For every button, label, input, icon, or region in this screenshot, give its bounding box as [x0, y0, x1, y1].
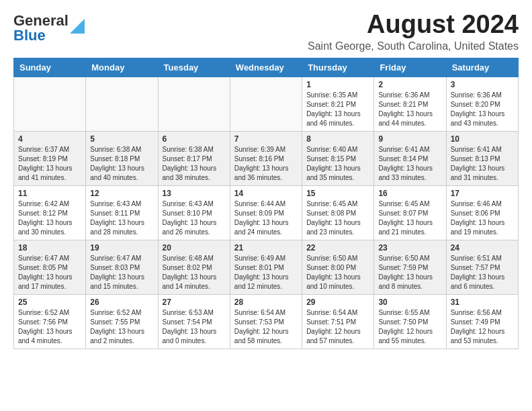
calendar-day-header-wednesday: Wednesday — [230, 58, 302, 77]
calendar-week-row: 18Sunrise: 6:47 AM Sunset: 8:05 PM Dayli… — [14, 240, 519, 294]
day-info: Sunrise: 6:52 AM Sunset: 7:55 PM Dayligh… — [90, 308, 153, 346]
day-info: Sunrise: 6:39 AM Sunset: 8:16 PM Dayligh… — [234, 145, 298, 183]
day-info: Sunrise: 6:43 AM Sunset: 8:11 PM Dayligh… — [90, 199, 153, 237]
day-info: Sunrise: 6:46 AM Sunset: 8:06 PM Dayligh… — [451, 199, 514, 237]
month-title: August 2024 — [308, 11, 519, 39]
day-number: 12 — [90, 189, 153, 198]
calendar-day-header-sunday: Sunday — [14, 58, 86, 77]
day-number: 21 — [234, 243, 298, 253]
day-number: 19 — [90, 243, 153, 253]
day-cell: 29Sunrise: 6:54 AM Sunset: 7:51 PM Dayli… — [302, 294, 374, 349]
day-info: Sunrise: 6:36 AM Sunset: 8:21 PM Dayligh… — [378, 91, 441, 128]
day-number: 4 — [18, 134, 81, 144]
day-info: Sunrise: 6:37 AM Sunset: 8:19 PM Dayligh… — [18, 145, 81, 183]
day-info: Sunrise: 6:50 AM Sunset: 7:59 PM Dayligh… — [378, 254, 441, 291]
day-number: 26 — [90, 298, 153, 307]
day-cell: 18Sunrise: 6:47 AM Sunset: 8:05 PM Dayli… — [14, 240, 86, 294]
day-number: 13 — [163, 189, 226, 198]
day-number: 24 — [451, 243, 514, 253]
calendar-header-row: SundayMondayTuesdayWednesdayThursdayFrid… — [14, 58, 519, 77]
day-cell: 10Sunrise: 6:41 AM Sunset: 8:13 PM Dayli… — [446, 131, 518, 185]
day-number: 8 — [306, 134, 369, 144]
day-info: Sunrise: 6:36 AM Sunset: 8:20 PM Dayligh… — [451, 91, 514, 128]
day-cell: 8Sunrise: 6:40 AM Sunset: 8:15 PM Daylig… — [302, 131, 374, 185]
day-number: 25 — [18, 298, 81, 307]
day-number: 11 — [18, 189, 81, 198]
day-cell: 11Sunrise: 6:42 AM Sunset: 8:12 PM Dayli… — [14, 185, 86, 240]
day-info: Sunrise: 6:50 AM Sunset: 8:00 PM Dayligh… — [306, 254, 369, 291]
calendar-day-header-tuesday: Tuesday — [158, 58, 230, 77]
empty-day-cell — [14, 77, 86, 131]
day-number: 7 — [234, 134, 298, 144]
calendar-week-row: 11Sunrise: 6:42 AM Sunset: 8:12 PM Dayli… — [14, 185, 519, 240]
day-info: Sunrise: 6:38 AM Sunset: 8:17 PM Dayligh… — [163, 145, 226, 183]
day-number: 22 — [306, 243, 369, 253]
day-cell: 4Sunrise: 6:37 AM Sunset: 8:19 PM Daylig… — [14, 131, 86, 185]
empty-day-cell — [158, 77, 230, 131]
day-number: 6 — [163, 134, 226, 144]
day-number: 31 — [451, 298, 514, 307]
day-cell: 19Sunrise: 6:47 AM Sunset: 8:03 PM Dayli… — [86, 240, 158, 294]
day-number: 15 — [306, 189, 369, 198]
day-cell: 27Sunrise: 6:53 AM Sunset: 7:54 PM Dayli… — [158, 294, 230, 349]
calendar-week-row: 25Sunrise: 6:52 AM Sunset: 7:56 PM Dayli… — [14, 294, 519, 349]
day-cell: 22Sunrise: 6:50 AM Sunset: 8:00 PM Dayli… — [302, 240, 374, 294]
title-section: August 2024 Saint George, South Carolina… — [308, 11, 519, 52]
day-number: 23 — [378, 243, 441, 253]
day-number: 17 — [451, 189, 514, 198]
day-info: Sunrise: 6:41 AM Sunset: 8:13 PM Dayligh… — [451, 145, 514, 183]
day-info: Sunrise: 6:48 AM Sunset: 8:02 PM Dayligh… — [163, 254, 226, 291]
day-cell: 26Sunrise: 6:52 AM Sunset: 7:55 PM Dayli… — [86, 294, 158, 349]
day-cell: 20Sunrise: 6:48 AM Sunset: 8:02 PM Dayli… — [158, 240, 230, 294]
day-info: Sunrise: 6:44 AM Sunset: 8:09 PM Dayligh… — [234, 199, 298, 237]
calendar-week-row: 4Sunrise: 6:37 AM Sunset: 8:19 PM Daylig… — [14, 131, 519, 185]
day-cell: 31Sunrise: 6:56 AM Sunset: 7:49 PM Dayli… — [446, 294, 518, 349]
day-info: Sunrise: 6:47 AM Sunset: 8:03 PM Dayligh… — [90, 254, 153, 291]
day-cell: 15Sunrise: 6:45 AM Sunset: 8:08 PM Dayli… — [302, 185, 374, 240]
calendar-day-header-thursday: Thursday — [302, 58, 374, 77]
day-number: 3 — [451, 80, 514, 89]
day-number: 18 — [18, 243, 81, 253]
day-number: 14 — [234, 189, 298, 198]
day-info: Sunrise: 6:51 AM Sunset: 7:57 PM Dayligh… — [451, 254, 514, 291]
day-number: 9 — [378, 134, 441, 144]
day-cell: 30Sunrise: 6:55 AM Sunset: 7:50 PM Dayli… — [374, 294, 446, 349]
day-number: 28 — [234, 298, 298, 307]
logo-blue: Blue — [13, 27, 46, 44]
day-cell: 1Sunrise: 6:35 AM Sunset: 8:21 PM Daylig… — [302, 77, 374, 131]
logo: General Blue — [13, 13, 85, 43]
day-info: Sunrise: 6:45 AM Sunset: 8:08 PM Dayligh… — [306, 199, 369, 237]
day-cell: 23Sunrise: 6:50 AM Sunset: 7:59 PM Dayli… — [374, 240, 446, 294]
day-cell: 17Sunrise: 6:46 AM Sunset: 8:06 PM Dayli… — [446, 185, 518, 240]
logo-icon — [70, 15, 85, 36]
calendar-day-header-monday: Monday — [86, 58, 158, 77]
day-cell: 5Sunrise: 6:38 AM Sunset: 8:18 PM Daylig… — [86, 131, 158, 185]
day-info: Sunrise: 6:55 AM Sunset: 7:50 PM Dayligh… — [378, 308, 441, 346]
day-cell: 6Sunrise: 6:38 AM Sunset: 8:17 PM Daylig… — [158, 131, 230, 185]
page-header: General Blue August 2024 Saint George, S… — [13, 11, 519, 52]
day-cell: 13Sunrise: 6:43 AM Sunset: 8:10 PM Dayli… — [158, 185, 230, 240]
day-cell: 2Sunrise: 6:36 AM Sunset: 8:21 PM Daylig… — [374, 77, 446, 131]
day-cell: 14Sunrise: 6:44 AM Sunset: 8:09 PM Dayli… — [230, 185, 302, 240]
location-title: Saint George, South Carolina, United Sta… — [308, 40, 519, 52]
day-cell: 16Sunrise: 6:45 AM Sunset: 8:07 PM Dayli… — [374, 185, 446, 240]
day-number: 27 — [163, 298, 226, 307]
day-number: 5 — [90, 134, 153, 144]
day-info: Sunrise: 6:45 AM Sunset: 8:07 PM Dayligh… — [378, 199, 441, 237]
day-info: Sunrise: 6:54 AM Sunset: 7:51 PM Dayligh… — [306, 308, 369, 346]
day-number: 2 — [378, 80, 441, 89]
day-cell: 7Sunrise: 6:39 AM Sunset: 8:16 PM Daylig… — [230, 131, 302, 185]
calendar-week-row: 1Sunrise: 6:35 AM Sunset: 8:21 PM Daylig… — [14, 77, 519, 131]
day-number: 1 — [306, 80, 369, 89]
day-cell: 9Sunrise: 6:41 AM Sunset: 8:14 PM Daylig… — [374, 131, 446, 185]
day-info: Sunrise: 6:38 AM Sunset: 8:18 PM Dayligh… — [90, 145, 153, 183]
svg-marker-0 — [70, 19, 85, 34]
day-cell: 21Sunrise: 6:49 AM Sunset: 8:01 PM Dayli… — [230, 240, 302, 294]
empty-day-cell — [230, 77, 302, 131]
day-info: Sunrise: 6:35 AM Sunset: 8:21 PM Dayligh… — [306, 91, 369, 128]
day-cell: 3Sunrise: 6:36 AM Sunset: 8:20 PM Daylig… — [446, 77, 518, 131]
day-cell: 12Sunrise: 6:43 AM Sunset: 8:11 PM Dayli… — [86, 185, 158, 240]
calendar-table: SundayMondayTuesdayWednesdayThursdayFrid… — [13, 58, 519, 349]
day-cell: 24Sunrise: 6:51 AM Sunset: 7:57 PM Dayli… — [446, 240, 518, 294]
day-info: Sunrise: 6:53 AM Sunset: 7:54 PM Dayligh… — [163, 308, 226, 346]
